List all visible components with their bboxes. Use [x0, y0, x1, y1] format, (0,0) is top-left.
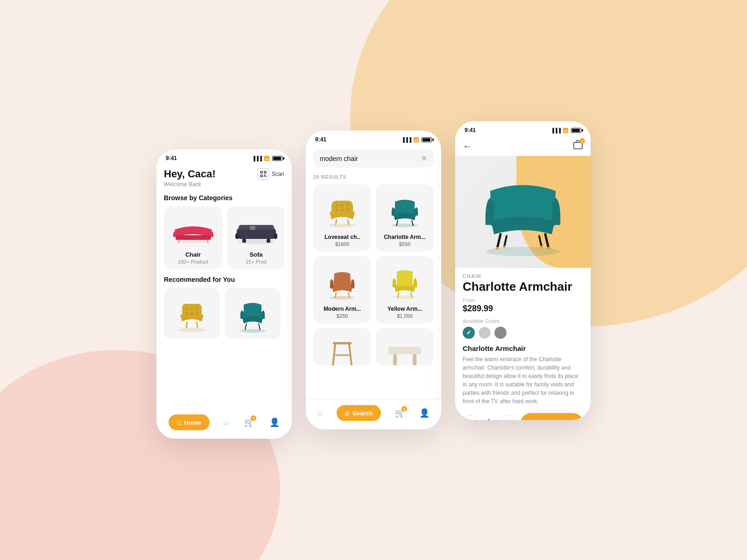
- svg-point-21: [178, 328, 206, 332]
- phone-detail: 9:41 ▐▐▐ 📶 ← 1: [455, 121, 591, 420]
- svg-point-28: [196, 312, 197, 314]
- svg-rect-59: [413, 354, 416, 365]
- product-name-2: Charlotte Arm...: [381, 234, 429, 240]
- product-1[interactable]: Loveseat ch.. $1600: [313, 184, 371, 252]
- results-count: 20 RESULTS: [313, 174, 434, 180]
- nav-cart-1[interactable]: 🛒 1: [244, 417, 254, 427]
- rec-item-1[interactable]: [164, 288, 220, 339]
- cart-wrap: 🛒 1: [244, 417, 254, 427]
- clear-icon[interactable]: ✕: [421, 154, 427, 163]
- svg-point-24: [191, 308, 193, 309]
- svg-point-38: [347, 204, 349, 206]
- status-icons-2: ▐▐▐ 📶: [402, 137, 432, 142]
- svg-point-37: [341, 204, 343, 206]
- product-category: CHAIR: [463, 273, 583, 279]
- battery-icon-2: [422, 137, 432, 142]
- browse-title: Browse by Categories: [164, 194, 284, 202]
- scan-icon: [257, 168, 269, 180]
- svg-line-62: [497, 234, 500, 248]
- svg-rect-16: [242, 239, 246, 243]
- status-icons-3: ▐▐▐ 📶: [551, 128, 581, 133]
- nav-home[interactable]: ⌂ Home: [169, 414, 210, 430]
- phones-container: 9:41 ▐▐▐ 📶 Hey, Caca! Welcome Back Scan: [0, 0, 747, 560]
- category-chair[interactable]: Chair 100+ Product: [164, 206, 222, 269]
- qty-increase[interactable]: +: [499, 415, 515, 420]
- bottom-nav-2: ⌂ ⌕ Search 🛒 1 👤: [306, 399, 441, 429]
- svg-rect-13: [235, 233, 239, 239]
- product-6[interactable]: [376, 328, 434, 365]
- nav-search-active[interactable]: ⌕ Search: [337, 405, 381, 421]
- from-label: From: [463, 297, 583, 303]
- nav-home-2[interactable]: ⌂: [317, 408, 323, 418]
- svg-point-69: [540, 246, 543, 248]
- product-img-1: [318, 189, 366, 231]
- phone2-content: modern chair ✕ 20 RESULTS: [306, 149, 441, 365]
- signal-icon: ▐▐▐: [252, 156, 262, 161]
- svg-line-63: [545, 234, 549, 248]
- svg-point-36: [336, 204, 338, 206]
- profile-icon-1: 👤: [269, 417, 280, 427]
- greeting-subtitle: Welcome Back: [164, 181, 216, 188]
- product-5[interactable]: [313, 328, 371, 365]
- product-name-4: Yellow Arm...: [381, 306, 429, 312]
- time-1: 9:41: [166, 155, 177, 161]
- product-2[interactable]: Charlotte Arm... $550: [376, 184, 434, 252]
- nav-search-1[interactable]: ⌕: [224, 418, 229, 427]
- nav-home-label: Home: [184, 419, 201, 426]
- detail-header: ← 1: [455, 136, 591, 156]
- nav-profile-2[interactable]: 👤: [419, 408, 430, 418]
- svg-line-55: [349, 344, 352, 365]
- search-icon-active: ⌕: [345, 409, 350, 417]
- add-to-cart-button[interactable]: ADD TO CART: [521, 413, 583, 420]
- greeting-name: Hey, Caca!: [164, 168, 216, 180]
- rec-title: Recommended for You: [164, 276, 284, 283]
- bottom-nav-1: ⌂ Home ⌕ 🛒 1 👤: [156, 409, 292, 439]
- svg-point-50: [393, 295, 417, 299]
- chair-name: Chair: [169, 251, 218, 258]
- svg-point-66: [495, 247, 499, 250]
- nav-cart-2[interactable]: 🛒 1: [395, 408, 405, 418]
- product-info: CHAIR Charlotte Armchair From $289.99 Av…: [455, 273, 591, 420]
- product-4[interactable]: Yellow Arm... $1,550: [376, 256, 434, 323]
- product-price-4: $1,550: [381, 313, 429, 319]
- svg-point-40: [341, 209, 343, 211]
- profile-icon-2: 👤: [419, 408, 430, 418]
- svg-rect-2: [261, 175, 262, 177]
- svg-rect-22: [182, 304, 202, 317]
- cart-wrap-3[interactable]: 1: [573, 140, 583, 152]
- svg-point-34: [328, 224, 356, 227]
- svg-rect-1: [264, 171, 266, 173]
- color-gray-light[interactable]: [479, 327, 491, 339]
- svg-point-27: [191, 312, 193, 314]
- svg-point-39: [336, 209, 338, 211]
- cart-wrap-2: 🛒 1: [395, 408, 405, 418]
- qty-decrease[interactable]: −: [463, 415, 479, 420]
- color-gray-dark[interactable]: [494, 327, 507, 339]
- svg-line-30: [197, 322, 197, 328]
- category-sofa[interactable]: Sofa 15+ Prod: [227, 206, 284, 269]
- svg-rect-20: [250, 226, 255, 230]
- nav-profile-1[interactable]: 👤: [269, 417, 280, 427]
- home-icon-2: ⌂: [317, 408, 323, 418]
- svg-line-54: [333, 344, 335, 365]
- svg-point-67: [547, 247, 550, 250]
- product-name-3: Modern Arm...: [318, 306, 366, 312]
- product-img-4: [381, 261, 429, 303]
- greeting-row: Hey, Caca! Welcome Back Scan: [164, 168, 284, 188]
- cart-row: − 2 + ADD TO CART: [463, 413, 583, 420]
- svg-rect-57: [388, 347, 421, 354]
- scan-button[interactable]: Scan: [257, 168, 284, 180]
- search-bar[interactable]: modern chair ✕: [313, 149, 434, 168]
- product-3[interactable]: Modern Arm... $250: [313, 256, 371, 323]
- rec-item-2[interactable]: [225, 288, 281, 339]
- battery-icon: [272, 156, 282, 161]
- phone-search: 9:41 ▐▐▐ 📶 modern chair ✕ 20 RESULTS: [306, 131, 441, 429]
- svg-line-33: [259, 323, 260, 330]
- svg-point-31: [240, 329, 266, 333]
- svg-point-41: [347, 209, 349, 211]
- back-button[interactable]: ←: [463, 141, 472, 152]
- color-teal[interactable]: ✓: [463, 327, 475, 339]
- product-img-6: [381, 333, 429, 365]
- svg-rect-15: [239, 225, 274, 230]
- sofa-image: [232, 211, 281, 248]
